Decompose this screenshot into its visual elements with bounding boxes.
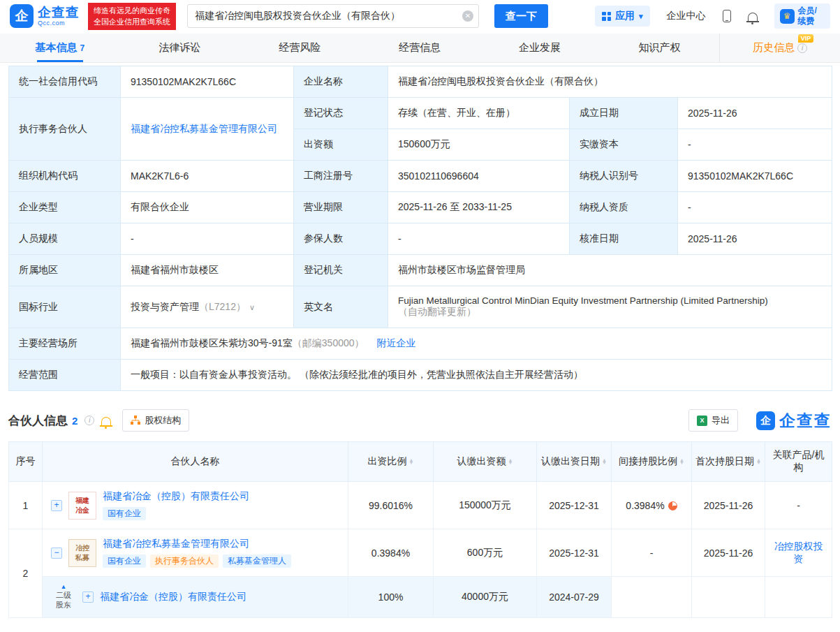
qcc-logo[interactable]: 企 企查查 Qcc.com <box>10 4 80 28</box>
partner-1-related: - <box>765 482 832 529</box>
english-name-note: （自动翻译更新） <box>398 306 822 318</box>
label-region: 所属地区 <box>9 255 121 286</box>
label-address: 主要经营场所 <box>9 328 121 360</box>
tab-operation-info[interactable]: 经营信息 <box>360 34 480 62</box>
partner-row-2: 2 − 冶控私募 福建省冶控私募基金管理有限公司 国有企业 执行事务合伙人 私募… <box>9 529 832 577</box>
col-amount[interactable]: 认缴出资额▲▼ <box>434 442 537 482</box>
vip-label: 会员/续费 <box>798 6 825 27</box>
partners-count: 2 <box>72 415 78 427</box>
mobile-app-icon[interactable] <box>723 10 731 22</box>
excel-icon: X <box>697 416 707 426</box>
value-insured-count: - <box>388 223 570 255</box>
top-right-nav: 应用 ▾ 企业中心 ♛ 会员/续费 <box>595 3 830 29</box>
equity-structure-button[interactable]: 股权结构 <box>122 409 189 432</box>
qcc-watermark-text: 企查查 <box>779 410 832 432</box>
tab-intellectual-property[interactable]: 知识产权 <box>600 34 720 62</box>
managing-partner-link[interactable]: 福建省冶控私募基金管理有限公司 <box>131 123 277 134</box>
sort-icon[interactable]: ▲▼ <box>602 459 607 464</box>
subrow-ratio: 100% <box>348 577 434 618</box>
info-icon[interactable]: i <box>84 416 94 425</box>
label-tax-id: 纳税人识别号 <box>570 161 678 192</box>
value-company-name: 福建省冶控闽电股权投资合伙企业（有限合伙） <box>388 66 832 98</box>
label-managing-partner: 执行事务合伙人 <box>9 98 121 161</box>
col-related: 关联产品/机构 <box>765 442 832 482</box>
chevron-down-icon[interactable]: ∨ <box>249 303 255 311</box>
company-logo: 福建冶金 <box>68 492 96 520</box>
vip-renew-button[interactable]: ♛ 会员/续费 <box>774 3 830 29</box>
tab-label: 法律诉讼 <box>159 41 201 54</box>
tag-managing-partner: 执行事务合伙人 <box>150 554 219 568</box>
tab-development[interactable]: 企业发展 <box>480 34 600 62</box>
partners-title: 合伙人信息 <box>8 413 68 429</box>
sort-icon[interactable]: ▲▼ <box>508 459 513 464</box>
tab-label: 企业发展 <box>519 41 561 54</box>
info-icon[interactable]: i <box>797 43 807 53</box>
value-english-name: Fujian Metallurgical Control MinDian Equ… <box>388 286 832 328</box>
sort-icon[interactable]: ▲▼ <box>409 459 414 464</box>
subrow-amount: 40000万元 <box>434 577 537 618</box>
value-approval-date: 2025-11-26 <box>678 223 832 255</box>
subrow-related <box>765 577 832 618</box>
tab-label: 经营信息 <box>399 41 441 54</box>
col-ratio[interactable]: 出资比例▲▼ <box>348 442 434 482</box>
related-product-link[interactable]: 冶控股权投资 <box>774 541 823 564</box>
tab-operation-risk[interactable]: 经营风险 <box>240 34 360 62</box>
address-text: 福建省福州市鼓楼区朱紫坊30号-91室 <box>131 337 293 348</box>
label-capital: 出资额 <box>294 129 388 161</box>
tab-count: 7 <box>80 43 85 53</box>
sort-icon[interactable]: ▲▼ <box>756 459 761 464</box>
subscribe-bell-icon[interactable] <box>101 417 111 425</box>
value-managing-partner: 福建省冶控私募基金管理有限公司 <box>121 98 294 161</box>
value-registry: 福州市鼓楼区市场监督管理局 <box>388 255 832 286</box>
equity-penetration-icon[interactable] <box>668 501 677 510</box>
search-input[interactable] <box>187 4 479 28</box>
expand-icon[interactable]: + <box>82 591 94 603</box>
english-name-text: Fujian Metallurgical Control MinDian Equ… <box>398 295 822 306</box>
subrow-first-date <box>692 577 765 618</box>
value-established: 2025-11-26 <box>678 98 832 129</box>
collapse-icon[interactable]: − <box>51 548 62 559</box>
tab-history-info[interactable]: 历史信息 VIP i <box>719 34 840 62</box>
enterprise-center-link[interactable]: 企业中心 <box>667 10 706 22</box>
tab-label: 基本信息 <box>36 41 78 54</box>
value-business-term: 2025-11-26 至 2033-11-25 <box>388 192 570 223</box>
subrow-name-cell: ▲ 二级股东 + 福建省冶金（控股）有限责任公司 <box>43 577 348 618</box>
partner-row-1: 1 + 福建冶金 福建省冶金（控股）有限责任公司 国有企业 99.6016% 1… <box>9 482 832 529</box>
partner-1-indirect: 0.3984% <box>612 482 692 529</box>
tag-state-owned: 国有企业 <box>103 554 146 568</box>
company-link[interactable]: 福建省冶金（控股）有限责任公司 <box>100 591 246 603</box>
slogan-line2: 全国企业信用查询系统 <box>94 16 170 28</box>
partner-2-related: 冶控股权投资 <box>765 529 832 577</box>
col-indirect-ratio[interactable]: 间接持股比例▲▼ <box>612 442 692 482</box>
partner-2-subrow: ▲ 二级股东 + 福建省冶金（控股）有限责任公司 100% 40000万元 20… <box>9 577 832 618</box>
apps-button[interactable]: 应用 ▾ <box>595 6 650 27</box>
partners-header-row: 序号 合伙人名称 出资比例▲▼ 认缴出资额▲▼ 认缴出资日期▲▼ 间接持股比例▲… <box>9 442 832 482</box>
crown-icon: ♛ <box>780 9 795 24</box>
subrow-subscribe-date: 2024-07-29 <box>537 577 612 618</box>
notification-bell-icon[interactable] <box>748 13 758 21</box>
sort-icon[interactable]: ▲▼ <box>679 459 684 464</box>
col-subscribe-date[interactable]: 认缴出资日期▲▼ <box>537 442 612 482</box>
company-link[interactable]: 福建省冶金（控股）有限责任公司 <box>103 490 249 503</box>
nearby-companies-link[interactable]: 附近企业 <box>377 337 416 348</box>
col-first-date[interactable]: 首次持股日期▲▼ <box>692 442 765 482</box>
address-zip: （邮编350000） <box>293 337 364 348</box>
subrow-indirect <box>612 577 692 618</box>
col-first-date-label: 首次持股日期 <box>695 455 754 466</box>
search-button[interactable]: 查一下 <box>494 4 548 28</box>
tab-basic-info[interactable]: 基本信息 7 <box>0 34 120 62</box>
search-box: ✕ <box>187 4 479 28</box>
qcc-logo-icon: 企 <box>10 4 34 28</box>
partner-1-first-date: 2025-11-26 <box>692 482 765 529</box>
collapse-level-widget[interactable]: ▲ 二级股东 <box>51 584 76 610</box>
partner-2-first-date: 2025-11-26 <box>692 529 765 577</box>
export-button[interactable]: X 导出 <box>688 409 738 432</box>
clear-icon[interactable]: ✕ <box>462 10 473 22</box>
expand-icon[interactable]: + <box>51 500 62 511</box>
tab-legal[interactable]: 法律诉讼 <box>120 34 240 62</box>
level-label: 二级股东 <box>56 590 71 610</box>
value-tax-qualification: - <box>678 192 832 223</box>
company-link[interactable]: 福建省冶控私募基金管理有限公司 <box>103 538 249 550</box>
value-company-type: 有限合伙企业 <box>121 192 294 223</box>
qcc-watermark: 企 企查查 <box>756 410 832 432</box>
